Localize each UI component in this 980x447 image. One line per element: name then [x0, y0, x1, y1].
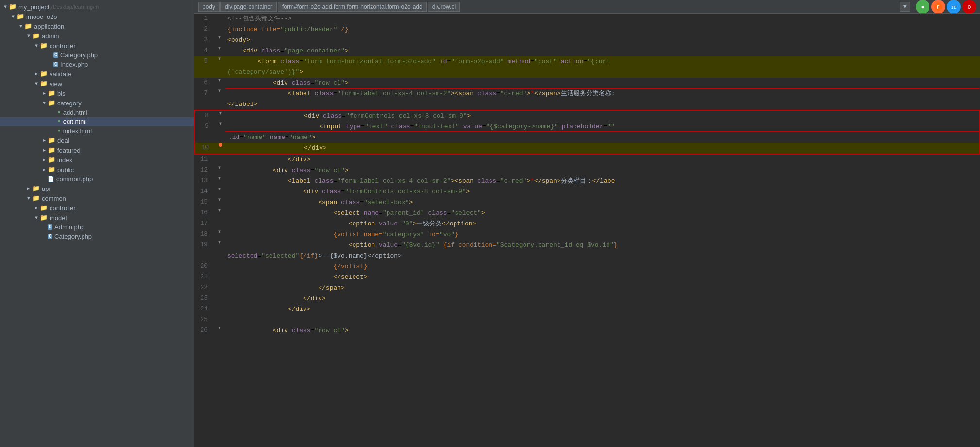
- code-line-9[interactable]: 9 ▼ <input type="text" class="input-text…: [194, 121, 980, 132]
- tree-item-featured[interactable]: ▶ 📁 featured: [0, 145, 194, 155]
- code-line-17[interactable]: 17 <option value="0">一级分类</option>: [194, 219, 980, 229]
- opera-browser-icon[interactable]: O: [963, 0, 976, 14]
- code-line-15[interactable]: 15 ▼ <span class="select-box">: [194, 197, 980, 208]
- fold-arrow[interactable]: ▼: [219, 121, 222, 127]
- code-line-20[interactable]: 20 {/volist}: [194, 261, 980, 272]
- code-line-3[interactable]: 3 ▼ <body>: [194, 35, 980, 46]
- fold-arrow[interactable]: ▼: [218, 208, 221, 213]
- code-line-5[interactable]: 5 ▼ <form class="form form-horizontal fo…: [194, 56, 980, 67]
- tree-item-deal[interactable]: ▶ 📁 deal: [0, 136, 194, 145]
- code-line-21[interactable]: 21 </select>: [194, 272, 980, 283]
- code-line-11[interactable]: 11 </div>: [194, 155, 980, 165]
- tree-item-admin-php[interactable]: ▶ C Admin.php: [0, 223, 194, 232]
- code-line-19b[interactable]: selected="selected"{/if}>--{$vo.name}</o…: [194, 251, 980, 261]
- folder-icon: 📁: [48, 99, 55, 107]
- code-line-7[interactable]: 7 ▼ <label class="form-label col-xs-4 co…: [194, 88, 980, 99]
- tree-item-category-model-php[interactable]: ▶ C Category.php: [0, 232, 194, 241]
- code-line-13[interactable]: 13 ▼ <label class="form-label col-xs-4 c…: [194, 176, 980, 187]
- folder-icon: 📁: [24, 22, 32, 30]
- breadcrumb-dropdown[interactable]: ▼: [900, 2, 910, 12]
- line-number: 10: [195, 143, 215, 151]
- code-line-9b[interactable]: .id="name" name="name">: [194, 132, 980, 143]
- line-content: </select>: [225, 272, 980, 283]
- folder-icon: 📁: [40, 42, 48, 50]
- tree-item-controller[interactable]: ▼ 📁 controller: [0, 41, 194, 51]
- php-icon: C: [48, 224, 52, 230]
- firefox-browser-icon[interactable]: F: [931, 0, 945, 14]
- fold-arrow[interactable]: ▼: [218, 187, 221, 192]
- tree-item-common[interactable]: ▼ 📁 common: [0, 193, 194, 203]
- code-line-14[interactable]: 14 ▼ <div class="formControls col-xs-8 c…: [194, 187, 980, 197]
- code-line-10[interactable]: 10 </div>: [194, 143, 980, 155]
- breadcrumb-body[interactable]: body: [198, 2, 220, 12]
- fold-arrow[interactable]: ▼: [218, 46, 221, 51]
- tree-item-admin[interactable]: ▼ 📁 admin: [0, 31, 194, 41]
- file-tree: ▼ 📁 my_project /Desktop/learning/m ▼ 📁 i…: [0, 0, 194, 447]
- line-number: 1: [194, 14, 214, 22]
- tree-item-common-controller[interactable]: ▶ 📁 controller: [0, 203, 194, 213]
- item-label: view: [50, 80, 62, 87]
- chrome-browser-icon[interactable]: ●: [916, 0, 929, 14]
- fold-arrow[interactable]: ▼: [219, 111, 222, 116]
- code-line-16[interactable]: 16 ▼ <select name="parent_id" class="sel…: [194, 208, 980, 219]
- breadcrumb-form[interactable]: form#form-o2o-add.form.form-horizontal.f…: [278, 2, 427, 12]
- code-line-18[interactable]: 18 ▼ {volist name="categorys" id="vo"}: [194, 229, 980, 240]
- line-content: <body>: [225, 35, 980, 46]
- code-line-23[interactable]: 23 </div>: [194, 293, 980, 304]
- code-editor[interactable]: 1 <!--包含头部文件--> 2 {include file="public/…: [194, 14, 980, 447]
- expand-arrow: ▼: [17, 24, 24, 29]
- tree-item-model[interactable]: ▼ 📁 model: [0, 213, 194, 223]
- tree-item-api[interactable]: ▶ 📁 api: [0, 184, 194, 193]
- line-number: 16: [194, 208, 214, 216]
- tree-item-view[interactable]: ▼ 📁 view: [0, 79, 194, 88]
- fold-arrow[interactable]: ▼: [218, 88, 221, 94]
- code-line-6[interactable]: 6 ▼ <div class="row cl">: [194, 78, 980, 88]
- tree-item-application[interactable]: ▼ 📁 application: [0, 21, 194, 31]
- tree-item-category-php[interactable]: ▶ C Category.php: [0, 51, 194, 60]
- tree-item-category-folder[interactable]: ▼ 📁 category: [0, 98, 194, 108]
- tree-item-edit-html[interactable]: ▶ ▪ edit.html: [0, 117, 194, 126]
- folder-icon: 📁: [40, 70, 48, 78]
- fold-arrow[interactable]: ▼: [218, 35, 221, 40]
- breadcrumb-div-page-container[interactable]: div.page-container: [220, 2, 277, 12]
- code-line-2[interactable]: 2 {include file="public/header" /}: [194, 24, 980, 35]
- code-line-5b[interactable]: ('category/save')}">: [194, 67, 980, 78]
- tree-item-validate[interactable]: ▶ 📁 validate: [0, 69, 194, 79]
- breadcrumb-div-row[interactable]: div.row.cl: [428, 2, 460, 12]
- fold-arrow[interactable]: ▼: [218, 165, 221, 171]
- tree-item-index-php[interactable]: ▶ C Index.php: [0, 60, 194, 69]
- line-gutter: ▼: [214, 208, 225, 213]
- tree-item-bis[interactable]: ▶ 📁 bis: [0, 88, 194, 98]
- code-line-26[interactable]: 26 ▼ <div class="row cl">: [194, 326, 980, 336]
- code-line-4[interactable]: 4 ▼ <div class="page-container">: [194, 46, 980, 56]
- tree-item-index-html[interactable]: ▶ ▪ index.html: [0, 126, 194, 136]
- fold-arrow[interactable]: ▼: [218, 78, 221, 83]
- line-number: [194, 99, 214, 100]
- code-line-8[interactable]: 8 ▼ <div class="formControls col-xs-8 co…: [194, 110, 980, 121]
- line-content: </div>: [225, 155, 980, 165]
- code-line-7b[interactable]: </label>: [194, 99, 980, 110]
- folder-icon: 📁: [9, 3, 17, 11]
- tree-item-imooc-o2o[interactable]: ▼ 📁 imooc_o2o: [0, 12, 194, 21]
- tree-item-add-html[interactable]: ▶ ▪ add.html: [0, 108, 194, 117]
- code-line-12[interactable]: 12 ▼ <div class="row cl">: [194, 165, 980, 176]
- fold-arrow[interactable]: ▼: [218, 229, 221, 235]
- code-line-1[interactable]: 1 <!--包含头部文件-->: [194, 14, 980, 24]
- html-icon: ▪: [57, 127, 61, 135]
- fold-arrow[interactable]: ▼: [218, 240, 221, 245]
- fold-arrow[interactable]: ▼: [218, 56, 221, 62]
- tree-item-common-php[interactable]: ▶ 📄 common.php: [0, 174, 194, 184]
- line-gutter: ▼: [214, 56, 225, 62]
- tree-item-index-folder[interactable]: ▶ 📁 index: [0, 155, 194, 165]
- fold-arrow[interactable]: ▼: [218, 197, 221, 203]
- tree-root[interactable]: ▼ 📁 my_project /Desktop/learning/m: [0, 2, 194, 12]
- fold-arrow[interactable]: ▼: [218, 176, 221, 181]
- tree-item-public-folder[interactable]: ▶ 📁 public: [0, 165, 194, 174]
- code-line-19[interactable]: 19 ▼ <option value="{$vo.id}" {if condit…: [194, 240, 980, 251]
- ie-browser-icon[interactable]: IE: [947, 0, 961, 14]
- fold-arrow[interactable]: ▼: [218, 326, 221, 331]
- code-line-22[interactable]: 22 </span>: [194, 283, 980, 293]
- code-line-24[interactable]: 24 </div>: [194, 304, 980, 315]
- code-line-25[interactable]: 25: [194, 315, 980, 326]
- line-content: <label class="form-label col-xs-4 col-sm…: [225, 88, 980, 99]
